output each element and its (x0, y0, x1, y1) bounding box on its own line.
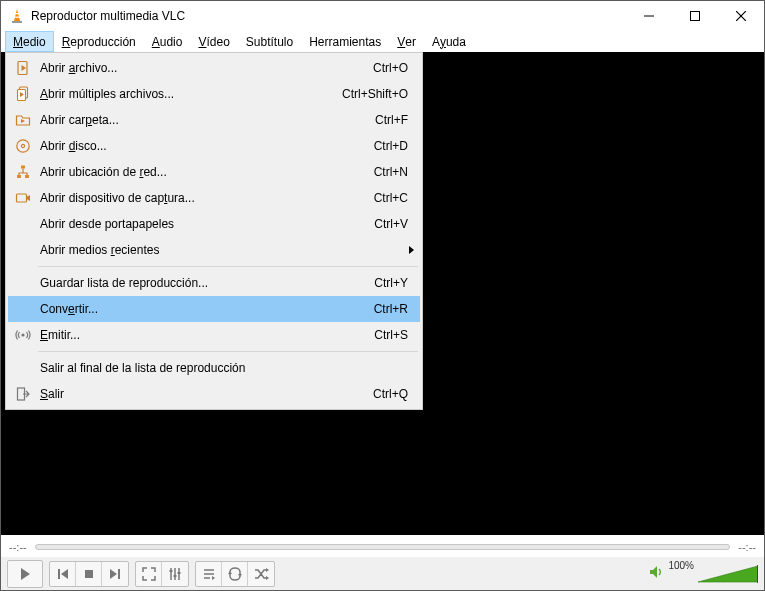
menu-item-abrir-disco[interactable]: Abrir disco...Ctrl+D (8, 133, 420, 159)
seek-slider[interactable] (35, 544, 731, 550)
svg-marker-29 (21, 568, 30, 580)
fullscreen-button[interactable] (136, 562, 162, 586)
loop-button[interactable] (222, 562, 248, 586)
svg-marker-19 (21, 119, 25, 123)
stop-button[interactable] (76, 562, 102, 586)
svg-rect-34 (118, 569, 120, 579)
menu-item-label: Abrir carpeta... (34, 113, 375, 127)
menu-item-shortcut: Ctrl+D (374, 139, 414, 153)
menu-separator (38, 351, 418, 352)
menu-item-abrir-dispositivo-de-captura[interactable]: Abrir dispositivo de captura...Ctrl+C (8, 185, 420, 211)
menu-subtítulo[interactable]: Subtítulo (238, 31, 301, 52)
play-button[interactable] (8, 561, 42, 587)
menu-ayuda[interactable]: Ayuda (424, 31, 474, 52)
menu-vídeo[interactable]: Vídeo (190, 31, 237, 52)
extended-settings-button[interactable] (162, 562, 188, 586)
menu-item-label: Guardar lista de reproducción... (34, 276, 374, 290)
media-menu-dropdown: Abrir archivo...Ctrl+OAbrir múltiples ar… (5, 52, 423, 410)
svg-marker-50 (698, 566, 758, 582)
menu-item-abrir-medios-recientes[interactable]: Abrir medios recientes (8, 237, 420, 263)
svg-marker-15 (22, 65, 27, 71)
menu-item-shortcut: Ctrl+V (374, 217, 414, 231)
svg-rect-2 (15, 13, 19, 14)
menu-item-label: Abrir disco... (34, 139, 374, 153)
menu-item-salir-al-final-de-la-lista-de-reproducción[interactable]: Salir al final de la lista de reproducci… (8, 355, 420, 381)
svg-rect-40 (178, 572, 181, 574)
playlist-button[interactable] (196, 562, 222, 586)
menu-item-abrir-archivo[interactable]: Abrir archivo...Ctrl+O (8, 55, 420, 81)
menu-separator (38, 266, 418, 267)
svg-marker-46 (228, 571, 232, 574)
svg-rect-1 (12, 21, 22, 23)
menu-reproducción[interactable]: Reproducción (54, 31, 144, 52)
menu-item-shortcut: Ctrl+F (375, 113, 414, 127)
close-button[interactable] (718, 1, 764, 31)
maximize-button[interactable] (672, 1, 718, 31)
network-icon (12, 164, 34, 180)
menu-item-shortcut: Ctrl+S (374, 328, 414, 342)
menu-medio[interactable]: Medio (5, 31, 54, 52)
svg-rect-24 (25, 175, 29, 178)
menu-item-convertir[interactable]: Convertir...Ctrl+R (8, 296, 420, 322)
exit-icon (12, 386, 34, 402)
menu-item-shortcut: Ctrl+C (374, 191, 414, 205)
svg-rect-30 (58, 569, 60, 579)
time-elapsed: --:-- (9, 541, 27, 553)
svg-rect-32 (85, 570, 93, 578)
svg-marker-45 (238, 574, 242, 577)
capture-icon (12, 190, 34, 206)
time-total: --:-- (738, 541, 756, 553)
menu-ver[interactable]: Ver (389, 31, 424, 52)
menu-item-shortcut: Ctrl+R (374, 302, 414, 316)
menu-item-abrir-desde-portapapeles[interactable]: Abrir desde portapapelesCtrl+V (8, 211, 420, 237)
menu-item-shortcut: Ctrl+Shift+O (342, 87, 414, 101)
menu-item-label: Abrir archivo... (34, 61, 373, 75)
stream-icon (12, 327, 34, 343)
menu-audio[interactable]: Audio (144, 31, 191, 52)
controls-toolbar: 100% (1, 557, 764, 590)
menu-item-label: Salir (34, 387, 373, 401)
menu-item-label: Abrir múltiples archivos... (34, 87, 342, 101)
random-button[interactable] (248, 562, 274, 586)
menu-item-shortcut: Ctrl+Q (373, 387, 414, 401)
submenu-arrow-icon (409, 246, 414, 254)
svg-marker-33 (110, 569, 117, 579)
svg-marker-31 (61, 569, 68, 579)
svg-rect-23 (17, 175, 21, 178)
svg-marker-44 (212, 576, 215, 580)
svg-marker-48 (266, 576, 269, 580)
minimize-button[interactable] (626, 1, 672, 31)
window-title: Reproductor multimedia VLC (31, 9, 185, 23)
svg-point-20 (17, 140, 29, 152)
titlebar: Reproductor multimedia VLC (1, 1, 764, 31)
menu-item-label: Salir al final de la lista de reproducci… (34, 361, 414, 375)
menu-item-label: Abrir desde portapapeles (34, 217, 374, 231)
svg-marker-49 (650, 566, 657, 578)
menu-item-guardar-lista-de-reproducción[interactable]: Guardar lista de reproducción...Ctrl+Y (8, 270, 420, 296)
volume-slider[interactable] (698, 564, 758, 584)
previous-button[interactable] (50, 562, 76, 586)
menu-item-shortcut: Ctrl+O (373, 61, 414, 75)
menu-item-label: Abrir dispositivo de captura... (34, 191, 374, 205)
menu-item-abrir-carpeta[interactable]: Abrir carpeta...Ctrl+F (8, 107, 420, 133)
svg-point-21 (21, 144, 24, 147)
seek-row: --:-- --:-- (1, 537, 764, 557)
menu-item-abrir-ubicación-de-red[interactable]: Abrir ubicación de red...Ctrl+N (8, 159, 420, 185)
menu-item-label: Abrir medios recientes (34, 243, 405, 257)
folder-icon (12, 112, 34, 128)
svg-rect-38 (170, 570, 173, 572)
menu-item-salir[interactable]: SalirCtrl+Q (8, 381, 420, 407)
file-play-icon (12, 60, 34, 76)
svg-marker-0 (14, 9, 20, 21)
svg-rect-5 (691, 12, 700, 21)
menu-herramientas[interactable]: Herramientas (301, 31, 389, 52)
svg-marker-47 (266, 568, 269, 572)
menu-item-emitir[interactable]: Emitir...Ctrl+S (8, 322, 420, 348)
speaker-icon[interactable] (648, 564, 664, 583)
menu-item-label: Emitir... (34, 328, 374, 342)
menubar: MedioReproducciónAudioVídeoSubtítuloHerr… (1, 31, 764, 52)
next-button[interactable] (102, 562, 128, 586)
menu-item-abrir-múltiples-archivos[interactable]: Abrir múltiples archivos...Ctrl+Shift+O (8, 81, 420, 107)
svg-rect-25 (17, 194, 27, 202)
volume-percent: 100% (668, 560, 694, 571)
